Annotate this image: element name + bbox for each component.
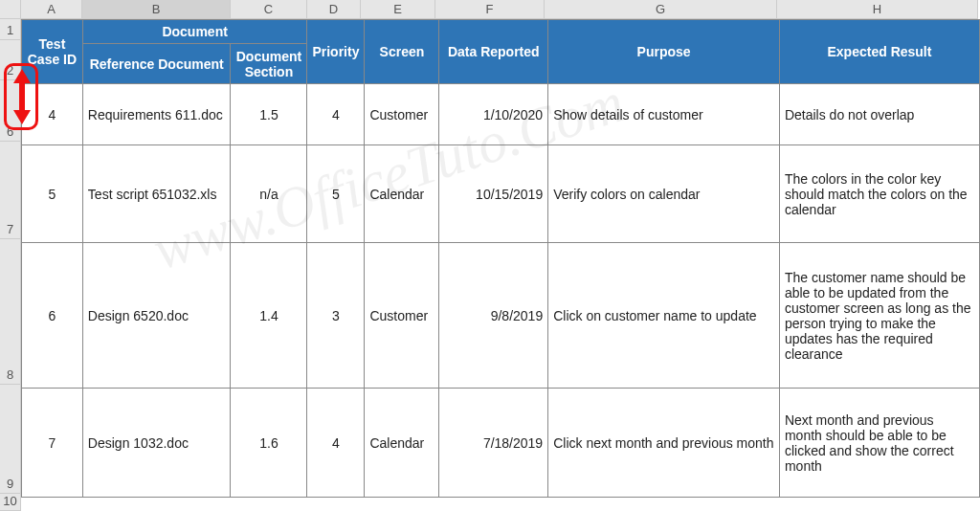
cell-expected[interactable]: Details do not overlap [779,84,979,145]
row-header-9[interactable]: 9 [0,385,21,494]
table-row: 7 Design 1032.doc 1.6 4 Calendar 7/18/20… [22,389,980,498]
column-headers: A B C D E F G H [21,0,978,19]
col-header-G[interactable]: G [545,0,777,19]
table-row: 5 Test script 651032.xls n/a 5 Calendar … [22,145,980,243]
col-header-H[interactable]: H [777,0,978,19]
cell-id[interactable]: 6 [22,243,83,389]
cell-date[interactable]: 1/10/2020 [439,84,548,145]
header-purpose[interactable]: Purpose [548,20,780,84]
cell-expected[interactable]: The colors in the color key should match… [779,145,979,243]
cell-pri[interactable]: 3 [307,243,365,389]
header-priority[interactable]: Priority [307,20,365,84]
cell-pri[interactable]: 5 [307,145,365,243]
cell-purpose[interactable]: Verify colors on calendar [548,145,780,243]
cell-ref[interactable]: Design 6520.doc [82,243,231,389]
col-header-F[interactable]: F [435,0,545,19]
header-data-reported[interactable]: Data Reported [439,20,548,84]
row-header-8[interactable]: 8 [0,239,21,385]
cell-expected[interactable]: The customer name should be able to be u… [779,243,979,389]
header-expected-result[interactable]: Expected Result [779,20,979,84]
select-all-cell[interactable] [0,0,21,19]
cell-id[interactable]: 4 [22,84,83,145]
cell-ref[interactable]: Requirements 611.doc [82,84,231,145]
cell-ref[interactable]: Test script 651032.xls [82,145,231,243]
col-header-B[interactable]: B [82,0,231,19]
cell-pri[interactable]: 4 [307,389,365,498]
grid-body: Test Case ID Document Priority Screen Da… [21,19,980,498]
cell-sec[interactable]: 1.5 [231,84,307,145]
cell-scr[interactable]: Calendar [365,389,439,498]
grid-table: Test Case ID Document Priority Screen Da… [21,19,980,498]
cell-date[interactable]: 9/8/2019 [439,243,548,389]
cell-sec[interactable]: 1.4 [231,243,307,389]
header-reference-document[interactable]: Reference Document [82,44,231,84]
cell-sec[interactable]: n/a [231,145,307,243]
cell-id[interactable]: 7 [22,389,83,498]
cell-date[interactable]: 10/15/2019 [439,145,548,243]
col-header-C[interactable]: C [231,0,307,19]
cell-id[interactable]: 5 [22,145,83,243]
header-document[interactable]: Document [82,20,307,44]
col-header-D[interactable]: D [307,0,361,19]
header-document-section[interactable]: Document Section [231,44,307,84]
cell-scr[interactable]: Calendar [365,145,439,243]
header-test-case-id[interactable]: Test Case ID [22,20,83,84]
col-header-A[interactable]: A [21,0,82,19]
cell-purpose[interactable]: Show details of customer [548,84,780,145]
row-header-2[interactable]: 2 [0,40,21,80]
cell-expected[interactable]: Next month and previous month should be … [779,389,979,498]
row-header-1[interactable]: 1 [0,19,21,40]
cell-sec[interactable]: 1.6 [231,389,307,498]
cell-purpose[interactable]: Click on customer name to update [548,243,780,389]
spreadsheet-window: A B C D E F G H 1 2 6 7 8 9 10 Test Case… [0,0,980,511]
cell-scr[interactable]: Customer [365,243,439,389]
table-row: 4 Requirements 611.doc 1.5 4 Customer 1/… [22,84,980,145]
cell-pri[interactable]: 4 [307,84,365,145]
cell-purpose[interactable]: Click next month and previous month [548,389,780,498]
cell-date[interactable]: 7/18/2019 [439,389,548,498]
header-screen[interactable]: Screen [365,20,439,84]
row-header-6[interactable]: 6 [0,80,21,142]
row-header-7[interactable]: 7 [0,142,21,239]
col-header-E[interactable]: E [361,0,435,19]
cell-scr[interactable]: Customer [365,84,439,145]
table-row: 6 Design 6520.doc 1.4 3 Customer 9/8/201… [22,243,980,389]
cell-ref[interactable]: Design 1032.doc [82,389,231,498]
row-header-10[interactable]: 10 [0,494,21,511]
